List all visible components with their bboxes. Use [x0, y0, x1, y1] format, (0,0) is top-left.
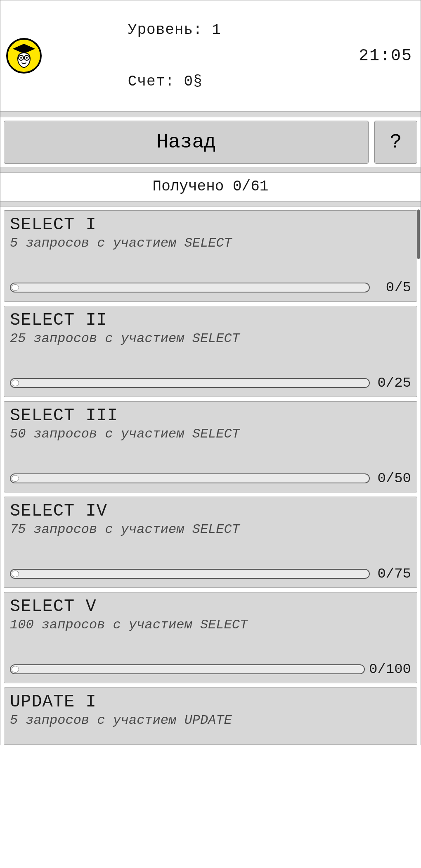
progress-bar — [10, 664, 365, 674]
svg-point-3 — [26, 57, 28, 59]
progress-thumb — [12, 284, 19, 291]
avatar-icon — [9, 40, 38, 71]
achievement-card[interactable]: SELECT II25 запросов с участием SELECT0/… — [4, 306, 417, 397]
progress-label: 0/100 — [369, 661, 411, 677]
achievement-subtitle: 100 запросов с участием SELECT — [10, 617, 411, 633]
achievement-title: SELECT II — [10, 310, 411, 330]
achievement-title: SELECT I — [10, 215, 411, 235]
separator — [0, 201, 421, 207]
toolbar: Назад ? — [0, 117, 421, 167]
score-line: Счет: 0§ — [53, 56, 221, 107]
achievement-subtitle: 50 запросов с участием SELECT — [10, 426, 411, 442]
avatar[interactable] — [6, 38, 42, 74]
progress-thumb — [12, 380, 19, 386]
achievement-list[interactable]: SELECT I5 запросов с участием SELECT0/5S… — [0, 207, 421, 745]
svg-point-2 — [20, 57, 22, 59]
progress-label: 0/50 — [374, 471, 411, 486]
progress-bar — [10, 283, 370, 293]
status-total: 61 — [251, 178, 268, 195]
progress-thumb — [12, 475, 19, 482]
achievement-card[interactable]: UPDATE I5 запросов с участием UPDATE — [4, 687, 417, 745]
progress-row: 0/25 — [10, 375, 411, 391]
progress-thumb — [12, 666, 19, 673]
progress-label: 0/5 — [374, 280, 411, 295]
progress-bar — [10, 378, 370, 388]
progress-bar — [10, 473, 370, 483]
achievement-card[interactable]: SELECT IV75 запросов с участием SELECT0/… — [4, 497, 417, 588]
progress-bar — [10, 569, 370, 579]
back-button[interactable]: Назад — [4, 121, 369, 164]
progress-label: 0/75 — [374, 566, 411, 582]
progress-row: 0/5 — [10, 280, 411, 295]
achievement-title: SELECT IV — [10, 501, 411, 521]
achievement-subtitle: 5 запросов с участием UPDATE — [10, 713, 411, 728]
clock: 21:05 — [359, 47, 412, 65]
scrollbar-thumb[interactable] — [417, 209, 420, 259]
progress-row: 0/100 — [10, 661, 411, 677]
level-value: 1 — [212, 21, 221, 38]
level-line: Уровень: 1 — [53, 5, 221, 55]
progress-row: 0/75 — [10, 566, 411, 582]
achievement-subtitle: 5 запросов с участием SELECT — [10, 235, 411, 251]
status-current: 0 — [233, 178, 242, 195]
achievement-card[interactable]: SELECT III50 запросов с участием SELECT0… — [4, 401, 417, 492]
separator — [0, 112, 421, 117]
progress-label: 0/25 — [374, 375, 411, 391]
achievement-card[interactable]: SELECT V100 запросов с участием SELECT0/… — [4, 592, 417, 683]
level-label: Уровень: — [128, 21, 203, 38]
achievement-subtitle: 25 запросов с участием SELECT — [10, 331, 411, 346]
score-value: 0§ — [184, 73, 202, 90]
achievement-title: SELECT V — [10, 597, 411, 616]
help-button[interactable]: ? — [374, 121, 417, 164]
progress-thumb — [12, 571, 19, 577]
score-label: Счет: — [128, 73, 175, 90]
status-bar: Получено 0/61 — [0, 173, 421, 201]
achievement-subtitle: 75 запросов с участием SELECT — [10, 522, 411, 537]
status-label: Получено — [153, 178, 224, 195]
achievement-title: SELECT III — [10, 406, 411, 426]
header-bar: Уровень: 1 Счет: 0§ 21:05 — [0, 0, 421, 112]
achievement-card[interactable]: SELECT I5 запросов с участием SELECT0/5 — [4, 210, 417, 302]
achievement-title: UPDATE I — [10, 692, 411, 712]
progress-row: 0/50 — [10, 471, 411, 486]
separator — [0, 167, 421, 173]
